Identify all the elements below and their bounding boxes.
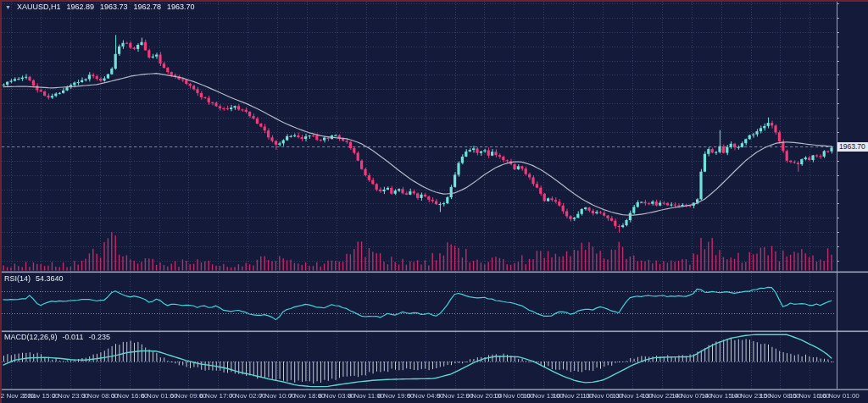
time-tick-label: 16 Nov 01:00 bbox=[819, 392, 860, 400]
macd-signal-value: -0.235 bbox=[88, 333, 110, 341]
ohlc-readout: ▼ XAUUSD,H1 1962.89 1963.73 1962.78 1963… bbox=[5, 3, 195, 12]
macd-indicator-label: MACD(12,26,9) -0.011 -0.235 bbox=[4, 333, 110, 341]
macd-name: MACD(12,26,9) bbox=[4, 333, 58, 341]
macd-main-value: -0.011 bbox=[63, 333, 84, 341]
close-value: 1963.70 bbox=[167, 3, 195, 12]
symbol-label: XAUUSD,H1 bbox=[17, 3, 61, 12]
rsi-name: RSI(14) bbox=[4, 274, 31, 283]
chart-canvas[interactable] bbox=[0, 0, 868, 403]
current-price-tag: 1963.70 bbox=[837, 142, 868, 152]
open-value: 1962.89 bbox=[66, 3, 94, 12]
high-value: 1963.73 bbox=[100, 3, 128, 12]
rsi-value: 54.3640 bbox=[36, 274, 64, 283]
chart-window[interactable]: ▼ XAUUSD,H1 1962.89 1963.73 1962.78 1963… bbox=[0, 0, 868, 403]
rsi-indicator-label: RSI(14) 54.3640 bbox=[4, 274, 64, 283]
low-value: 1962.78 bbox=[134, 3, 162, 12]
macd-axis[interactable]: 6.0450.00-6.124 bbox=[836, 0, 868, 403]
time-axis[interactable]: 2 Nov 20232 Nov 15:002 Nov 23:003 Nov 08… bbox=[0, 392, 868, 403]
chart-icon: ▼ bbox=[5, 3, 11, 12]
